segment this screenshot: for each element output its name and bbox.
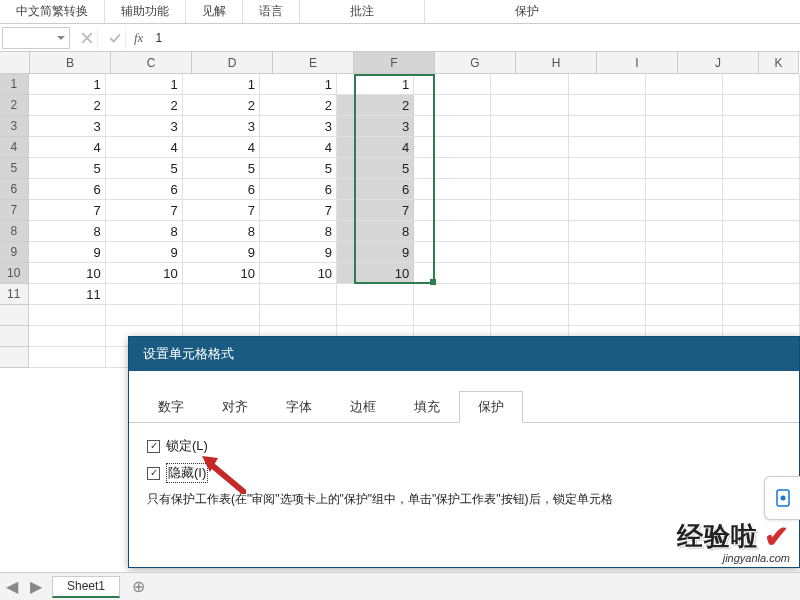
- cell[interactable]: [106, 284, 183, 305]
- dialog-tab-0[interactable]: 数字: [139, 391, 203, 422]
- cell[interactable]: 1: [260, 74, 337, 95]
- select-all-corner[interactable]: [0, 52, 30, 74]
- col-header-H[interactable]: H: [516, 52, 597, 74]
- col-header-E[interactable]: E: [273, 52, 354, 74]
- cell[interactable]: 5: [183, 158, 260, 179]
- cell[interactable]: [414, 242, 491, 263]
- col-header-G[interactable]: G: [435, 52, 516, 74]
- cell[interactable]: [646, 221, 723, 242]
- cell[interactable]: [569, 221, 646, 242]
- add-sheet-button[interactable]: ⊕: [126, 577, 150, 596]
- cell[interactable]: [569, 305, 646, 326]
- cell[interactable]: 7: [106, 200, 183, 221]
- dialog-tab-4[interactable]: 填充: [395, 391, 459, 422]
- row-header-3[interactable]: 3: [0, 116, 29, 137]
- cell[interactable]: 1: [106, 74, 183, 95]
- cell[interactable]: [29, 305, 106, 326]
- ribbon-group-language[interactable]: 语言: [243, 0, 300, 23]
- row-header-5[interactable]: 5: [0, 158, 29, 179]
- cell[interactable]: 3: [29, 116, 106, 137]
- cell[interactable]: 8: [337, 221, 414, 242]
- row-header-9[interactable]: 9: [0, 242, 29, 263]
- cell[interactable]: 5: [337, 158, 414, 179]
- cell[interactable]: [569, 179, 646, 200]
- cell[interactable]: [646, 137, 723, 158]
- cell[interactable]: 1: [29, 74, 106, 95]
- row-header-1[interactable]: 1: [0, 74, 29, 95]
- dialog-tab-5[interactable]: 保护: [459, 391, 523, 423]
- dialog-tab-2[interactable]: 字体: [267, 391, 331, 422]
- cell[interactable]: 9: [183, 242, 260, 263]
- col-header-K[interactable]: K: [759, 52, 799, 74]
- cell[interactable]: [569, 95, 646, 116]
- cell[interactable]: [723, 305, 800, 326]
- cell[interactable]: [491, 179, 568, 200]
- cell[interactable]: 10: [29, 263, 106, 284]
- ribbon-group-protect[interactable]: 保护: [425, 0, 629, 23]
- cell[interactable]: [183, 305, 260, 326]
- enter-icon[interactable]: [104, 27, 126, 49]
- cell[interactable]: [646, 263, 723, 284]
- cell[interactable]: [646, 284, 723, 305]
- cell[interactable]: [183, 284, 260, 305]
- dialog-tab-3[interactable]: 边框: [331, 391, 395, 422]
- cell[interactable]: [723, 74, 800, 95]
- cell[interactable]: 7: [29, 200, 106, 221]
- cell[interactable]: [723, 158, 800, 179]
- cell[interactable]: 2: [106, 95, 183, 116]
- cell[interactable]: [646, 305, 723, 326]
- ribbon-group-comments[interactable]: 批注: [300, 0, 425, 23]
- ribbon-group-convert[interactable]: 中文简繁转换: [0, 0, 105, 23]
- cell[interactable]: 4: [29, 137, 106, 158]
- row-header-7[interactable]: 7: [0, 200, 29, 221]
- dialog-tab-1[interactable]: 对齐: [203, 391, 267, 422]
- cell[interactable]: [491, 74, 568, 95]
- cell[interactable]: [569, 263, 646, 284]
- row-header-6[interactable]: 6: [0, 179, 29, 200]
- ribbon-group-insights[interactable]: 见解: [186, 0, 243, 23]
- cell[interactable]: [414, 221, 491, 242]
- cell[interactable]: [260, 284, 337, 305]
- cell[interactable]: [569, 284, 646, 305]
- cell[interactable]: [491, 158, 568, 179]
- side-panel-button[interactable]: [764, 476, 800, 520]
- cell[interactable]: 11: [29, 284, 106, 305]
- cell[interactable]: [29, 326, 106, 347]
- cell[interactable]: [491, 305, 568, 326]
- cell[interactable]: [491, 116, 568, 137]
- cell[interactable]: 6: [106, 179, 183, 200]
- formula-input[interactable]: 1: [151, 31, 800, 45]
- cell[interactable]: 7: [183, 200, 260, 221]
- sheet-tab[interactable]: Sheet1: [52, 576, 120, 598]
- cell[interactable]: [569, 74, 646, 95]
- name-box[interactable]: [2, 27, 70, 49]
- cell[interactable]: [491, 137, 568, 158]
- cell[interactable]: 10: [260, 263, 337, 284]
- cell[interactable]: 9: [260, 242, 337, 263]
- cell[interactable]: [29, 347, 106, 368]
- cancel-icon[interactable]: [76, 27, 98, 49]
- cell[interactable]: [569, 200, 646, 221]
- row-header-10[interactable]: 10: [0, 263, 29, 284]
- ribbon-group-accessibility[interactable]: 辅助功能: [105, 0, 186, 23]
- cell[interactable]: [569, 158, 646, 179]
- cell[interactable]: [723, 263, 800, 284]
- row-header-2[interactable]: 2: [0, 95, 29, 116]
- cell[interactable]: [723, 221, 800, 242]
- row-header-[interactable]: [0, 326, 29, 347]
- cell[interactable]: 2: [29, 95, 106, 116]
- sheet-nav-prev[interactable]: ◀: [0, 573, 24, 600]
- cell[interactable]: 3: [260, 116, 337, 137]
- cell[interactable]: [106, 305, 183, 326]
- row-header-4[interactable]: 4: [0, 137, 29, 158]
- cell[interactable]: [414, 137, 491, 158]
- cell[interactable]: [723, 284, 800, 305]
- cell[interactable]: [646, 95, 723, 116]
- cell[interactable]: [723, 242, 800, 263]
- cell[interactable]: 9: [337, 242, 414, 263]
- cell[interactable]: 3: [106, 116, 183, 137]
- row-header-[interactable]: [0, 305, 29, 326]
- row-header-11[interactable]: 11: [0, 284, 29, 305]
- cell[interactable]: [723, 179, 800, 200]
- cell[interactable]: 2: [337, 95, 414, 116]
